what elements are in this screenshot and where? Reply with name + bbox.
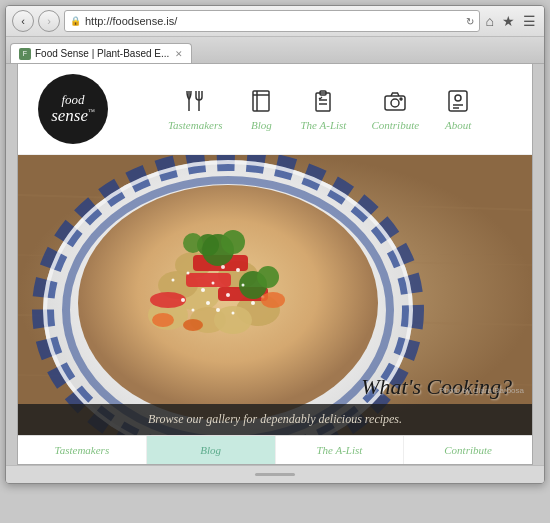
leaf-icon (444, 87, 472, 115)
svg-point-50 (192, 309, 195, 312)
hero-section: What's Cooking? Browse our gallery for d… (18, 155, 532, 435)
svg-point-42 (183, 233, 203, 253)
svg-point-38 (150, 292, 186, 308)
browser-window: ‹ › 🔒 http://foodsense.is/ ↻ ⌂ ★ ☰ F Foo… (5, 5, 545, 484)
svg-point-46 (212, 282, 215, 285)
refresh-button[interactable]: ↻ (466, 16, 474, 27)
nav-alist-label: The A-List (300, 119, 346, 131)
svg-point-61 (152, 313, 174, 327)
tab-title: Food Sense | Plant-Based E... (35, 48, 169, 59)
logo-sense: sense™ (51, 107, 95, 126)
fork-knife-icon (181, 87, 209, 115)
nav-about-label: About (445, 119, 471, 131)
address-bar[interactable]: 🔒 http://foodsense.is/ ↻ (64, 10, 480, 32)
hero-text-overlay: What's Cooking? Browse our gallery for d… (18, 366, 532, 435)
svg-point-60 (261, 292, 285, 308)
svg-point-51 (216, 308, 220, 312)
svg-point-44 (257, 266, 279, 288)
svg-point-55 (172, 279, 175, 282)
hero-title: What's Cooking? (18, 366, 532, 404)
svg-point-14 (455, 95, 461, 101)
svg-point-47 (226, 293, 230, 297)
svg-rect-3 (253, 91, 269, 111)
svg-point-59 (221, 265, 225, 269)
svg-rect-36 (186, 273, 231, 287)
bottom-nav-contribute[interactable]: Contribute (404, 436, 532, 464)
tab-favicon: F (19, 48, 31, 60)
book-icon (247, 87, 275, 115)
home-button[interactable]: ⌂ (484, 11, 496, 31)
clipboard-icon (309, 87, 337, 115)
browse-banner: Browse our gallery for dependably delici… (18, 404, 532, 435)
menu-button[interactable]: ☰ (521, 11, 538, 31)
browse-text: Browse our gallery for dependably delici… (148, 412, 402, 427)
logo[interactable]: food sense™ (38, 74, 108, 144)
logo-text: food sense™ (51, 93, 95, 126)
svg-point-12 (400, 98, 402, 100)
address-icon: 🔒 (70, 16, 81, 26)
photo-credit: Photo by Clara Barbosa (439, 386, 524, 395)
site-nav: Tastemakers Blog (128, 87, 512, 131)
svg-point-49 (181, 298, 185, 302)
nav-alist[interactable]: The A-List (300, 87, 346, 131)
nav-contribute-label: Contribute (371, 119, 419, 131)
svg-point-40 (221, 230, 245, 254)
tab-close-button[interactable]: ✕ (175, 49, 183, 59)
bottom-nav-blog[interactable]: Blog (147, 436, 276, 464)
back-button[interactable]: ‹ (12, 10, 34, 32)
tab-list: F Food Sense | Plant-Based E... ✕ (10, 39, 192, 63)
bottom-nav-alist[interactable]: The A-List (276, 436, 405, 464)
nav-blog-label: Blog (251, 119, 272, 131)
nav-contribute[interactable]: Contribute (371, 87, 419, 131)
nav-about[interactable]: About (444, 87, 472, 131)
forward-button[interactable]: › (38, 10, 60, 32)
svg-point-52 (232, 312, 235, 315)
svg-point-54 (251, 301, 255, 305)
svg-point-53 (206, 301, 210, 305)
active-tab[interactable]: F Food Sense | Plant-Based E... ✕ (10, 43, 192, 63)
site-header: food sense™ Tastemakers (18, 64, 532, 155)
svg-point-48 (242, 284, 245, 287)
bottom-nav: Tastemakers Blog The A-List Contribute (18, 435, 532, 464)
camera-icon (381, 87, 409, 115)
bottom-nav-tastemakers[interactable]: Tastemakers (18, 436, 147, 464)
nav-tastemakers[interactable]: Tastemakers (168, 87, 223, 131)
svg-point-62 (183, 319, 203, 331)
bookmark-button[interactable]: ★ (500, 11, 517, 31)
tabs-row: F Food Sense | Plant-Based E... ✕ (6, 37, 544, 64)
nav-tastemakers-label: Tastemakers (168, 119, 223, 131)
address-text: http://foodsense.is/ (85, 15, 462, 27)
svg-point-45 (201, 288, 205, 292)
browser-toolbar: ‹ › 🔒 http://foodsense.is/ ↻ ⌂ ★ ☰ (6, 6, 544, 37)
status-bar (6, 465, 544, 483)
website-content: food sense™ Tastemakers (17, 64, 533, 465)
nav-blog[interactable]: Blog (247, 87, 275, 131)
svg-point-11 (391, 99, 399, 107)
svg-point-56 (236, 268, 240, 272)
svg-point-57 (187, 272, 190, 275)
status-indicator (255, 473, 295, 476)
logo-food: food (51, 93, 95, 107)
